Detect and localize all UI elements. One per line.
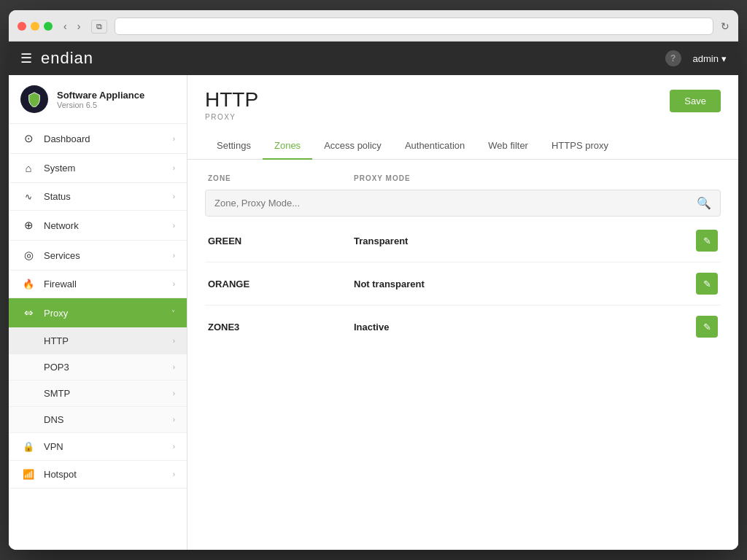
sidebar-item-label: Proxy <box>44 308 171 319</box>
row-actions: ✎ <box>681 230 718 252</box>
main-area: Software Appliance Version 6.5 ⊙ Dashboa… <box>9 75 738 550</box>
sidebar: Software Appliance Version 6.5 ⊙ Dashboa… <box>9 75 187 550</box>
page-subtitle: PROXY <box>205 113 258 121</box>
search-input[interactable] <box>214 198 697 209</box>
browser-window: ‹ › ⧉ ↻ ☰ endian ? admin ▾ <box>9 10 738 550</box>
vpn-icon: 🔒 <box>20 441 36 452</box>
tab-access-policy[interactable]: Access policy <box>312 133 393 160</box>
sidebar-item-label: Status <box>44 191 173 202</box>
system-icon: ⌂ <box>20 162 36 174</box>
search-icon: 🔍 <box>697 196 711 210</box>
nav-buttons: ‹ › <box>60 19 84 34</box>
sidebar-item-label: Dashboard <box>44 133 173 144</box>
sidebar-item-firewall[interactable]: 🔥 Firewall › <box>9 271 187 298</box>
edit-button[interactable]: ✎ <box>696 316 718 338</box>
split-view-button[interactable]: ⧉ <box>91 20 107 34</box>
sidebar-brand-text: Software Appliance Version 6.5 <box>57 90 144 109</box>
edit-button[interactable]: ✎ <box>696 273 718 295</box>
tab-https-proxy[interactable]: HTTPS proxy <box>540 133 620 160</box>
firewall-icon: 🔥 <box>20 279 36 289</box>
refresh-button[interactable]: ↻ <box>721 20 729 32</box>
table-area: ZONE PROXY MODE 🔍 GREEN Transparent ✎ <box>187 160 738 550</box>
sidebar-item-label: Hotspot <box>44 469 173 480</box>
edit-button[interactable]: ✎ <box>696 230 718 252</box>
zone-name: ORANGE <box>208 279 354 289</box>
appliance-name: Software Appliance <box>57 90 144 101</box>
brand-logo: endian <box>41 49 93 68</box>
tabs-bar: Settings Zones Access policy Authenticat… <box>187 133 738 160</box>
sidebar-item-hotspot[interactable]: 📶 Hotspot › <box>9 461 187 489</box>
maximize-button[interactable] <box>44 22 53 31</box>
content-area: HTTP PROXY Save Settings Zones Access po… <box>187 75 738 550</box>
chevron-right-icon: › <box>173 443 175 451</box>
column-header-proxy: PROXY MODE <box>354 174 718 182</box>
traffic-lights <box>18 22 53 31</box>
proxy-mode: Not transparent <box>354 279 681 289</box>
chevron-right-icon: › <box>173 280 175 288</box>
chevron-right-icon: › <box>173 416 175 424</box>
table-row: ORANGE Not transparent ✎ <box>205 262 721 306</box>
browser-chrome: ‹ › ⧉ ↻ <box>9 10 738 42</box>
help-button[interactable]: ? <box>665 50 681 66</box>
sidebar-item-system[interactable]: ⌂ System › <box>9 154 187 183</box>
subitem-label: SMTP <box>44 388 70 399</box>
sidebar-subitem-smtp[interactable]: SMTP › <box>9 381 187 407</box>
app-shell: ☰ endian ? admin ▾ <box>9 42 738 550</box>
row-actions: ✎ <box>681 273 718 295</box>
page-title-block: HTTP PROXY <box>205 90 258 121</box>
forward-button[interactable]: › <box>74 19 85 34</box>
network-icon: ⊕ <box>20 219 36 232</box>
top-navbar: ☰ endian ? admin ▾ <box>9 42 738 75</box>
sidebar-item-network[interactable]: ⊕ Network › <box>9 211 187 241</box>
menu-toggle[interactable]: ☰ <box>20 50 32 66</box>
minimize-button[interactable] <box>31 22 39 31</box>
row-actions: ✎ <box>681 316 718 338</box>
proxy-mode: Transparent <box>354 236 681 246</box>
sidebar-subitem-pop3[interactable]: POP3 › <box>9 354 187 381</box>
chevron-right-icon: › <box>173 470 175 478</box>
subitem-label: POP3 <box>44 362 69 373</box>
status-icon: ∿ <box>20 192 36 202</box>
sidebar-item-vpn[interactable]: 🔒 VPN › <box>9 433 187 461</box>
services-icon: ◎ <box>20 249 36 262</box>
table-header: ZONE PROXY MODE <box>205 174 721 182</box>
sidebar-subitem-dns[interactable]: DNS › <box>9 407 187 433</box>
hotspot-icon: 📶 <box>20 469 36 480</box>
chevron-right-icon: › <box>173 164 175 172</box>
chevron-right-icon: › <box>173 337 175 345</box>
user-label: admin <box>693 53 719 64</box>
table-row: ZONE3 Inactive ✎ <box>205 306 721 348</box>
zone-name: ZONE3 <box>208 322 354 332</box>
back-button[interactable]: ‹ <box>60 19 71 34</box>
tab-zones[interactable]: Zones <box>263 133 312 160</box>
search-row: 🔍 <box>205 190 721 217</box>
dashboard-icon: ⊙ <box>20 132 36 145</box>
sidebar-subitem-http[interactable]: HTTP › <box>9 328 187 354</box>
content-header: HTTP PROXY Save <box>187 75 738 121</box>
sidebar-item-label: Services <box>44 250 173 261</box>
sidebar-item-status[interactable]: ∿ Status › <box>9 183 187 211</box>
close-button[interactable] <box>18 22 26 31</box>
sidebar-item-dashboard[interactable]: ⊙ Dashboard › <box>9 124 187 154</box>
chevron-right-icon: › <box>173 222 175 230</box>
user-menu[interactable]: admin ▾ <box>693 53 727 64</box>
table-row: GREEN Transparent ✎ <box>205 219 721 262</box>
chevron-right-icon: › <box>173 192 175 201</box>
sidebar-item-services[interactable]: ◎ Services › <box>9 241 187 271</box>
sidebar-item-label: System <box>44 163 173 174</box>
tab-settings[interactable]: Settings <box>205 133 263 160</box>
appliance-version: Version 6.5 <box>57 101 144 109</box>
chevron-right-icon: › <box>173 363 175 371</box>
sidebar-item-proxy[interactable]: ⇔ Proxy ˅ <box>9 298 187 328</box>
chevron-right-icon: › <box>173 252 175 260</box>
sidebar-brand: Software Appliance Version 6.5 <box>9 75 187 124</box>
save-button[interactable]: Save <box>670 90 721 112</box>
sidebar-item-label: Network <box>44 220 173 231</box>
proxy-icon: ⇔ <box>20 306 36 319</box>
brand-icon <box>20 85 48 113</box>
address-bar[interactable] <box>115 18 713 35</box>
chevron-right-icon: › <box>173 389 175 397</box>
tab-web-filter[interactable]: Web filter <box>476 133 540 160</box>
subitem-label: DNS <box>44 414 63 425</box>
tab-authentication[interactable]: Authentication <box>393 133 476 160</box>
